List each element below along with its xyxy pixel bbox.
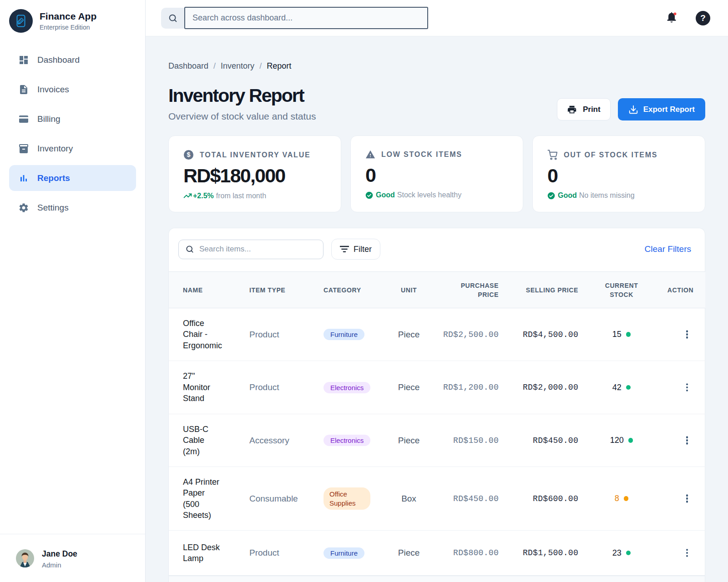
svg-text:$: $ bbox=[187, 151, 191, 158]
